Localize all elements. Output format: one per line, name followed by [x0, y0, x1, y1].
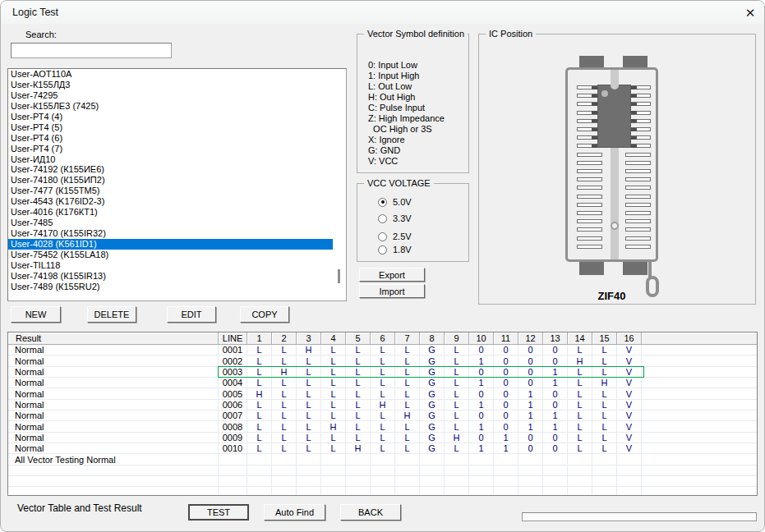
cell-pin: L	[568, 433, 592, 443]
close-icon[interactable]: ✕	[738, 3, 763, 22]
list-item[interactable]: User-74295	[8, 90, 346, 101]
table-row[interactable]: Normal0008LLLHLLLGL1011LLV	[8, 421, 757, 432]
cell-pin: L	[371, 410, 395, 421]
list-item[interactable]: User-AOT110A	[8, 69, 346, 80]
table-row[interactable]: Normal0005HLLLLLLGL0010LLV	[8, 388, 757, 399]
list-item[interactable]: User-74170 (К155IR32)	[8, 228, 346, 239]
cell-pin: H	[346, 443, 371, 454]
pin-contact	[631, 94, 637, 98]
new-button[interactable]: NEW	[11, 306, 61, 323]
cell-pin: H	[297, 345, 321, 355]
cell-pin	[469, 487, 494, 496]
table-row[interactable]: Normal0001LLHLLLLGL0000LLV	[8, 345, 757, 355]
cell-pin: L	[346, 410, 371, 421]
export-button[interactable]: Export	[359, 268, 425, 282]
list-item[interactable]: User-РТ4 (4)	[8, 112, 346, 122]
list-item[interactable]: User-74198 (К155IR13)	[8, 271, 346, 282]
radio-icon[interactable]	[378, 245, 387, 255]
cell-filler	[642, 487, 757, 496]
cell-pin	[494, 466, 518, 476]
list-item[interactable]: User-74180 (К155ИП2)	[8, 175, 346, 186]
cell-pin: L	[395, 443, 420, 454]
cell-pin	[592, 454, 617, 465]
device-listbox[interactable]: User-AOT110AUser-К155ЛД3User-74295User-К…	[7, 68, 347, 301]
delete-button[interactable]: DELETE	[87, 306, 136, 323]
table-row[interactable]: Normal0007LLLLLLHGL0011LLV	[8, 410, 757, 421]
vcc-option-5.0V[interactable]: 5.0V	[378, 197, 412, 207]
list-item[interactable]: User-4016 (К176КТ1)	[8, 207, 346, 218]
list-item[interactable]: User-4543 (K176ID2-3)	[8, 196, 346, 207]
cell-pin: 0	[469, 433, 494, 443]
cell-pin: L	[445, 345, 469, 355]
table-row[interactable]: Normal0003LHLLLLLGL0001LLV	[8, 367, 757, 378]
cell-pin: V	[617, 433, 642, 443]
cell-pin: L	[247, 355, 272, 366]
cell-pin: G	[420, 421, 445, 432]
table-row[interactable]: Normal0009LLLLLLLGH0100LLV	[8, 433, 757, 443]
list-item[interactable]: User-TIL118	[8, 260, 346, 271]
table-row[interactable]	[8, 476, 757, 487]
list-item[interactable]: User-РТ4 (5)	[8, 122, 346, 133]
pin-slot	[625, 169, 651, 173]
cell-pin: L	[272, 355, 297, 366]
search-input[interactable]	[11, 43, 172, 58]
list-item[interactable]: User-ИД10	[8, 154, 346, 165]
cell-pin: L	[247, 421, 272, 432]
table-row[interactable]: Normal0002LLLLLLLGL1000HLV	[8, 355, 757, 366]
table-row[interactable]: Normal0010LLLLHLLGL1100LLV	[8, 443, 757, 454]
list-item[interactable]: User-7477 (К155TM5)	[8, 186, 346, 196]
cell-pin: L	[395, 367, 420, 378]
list-item[interactable]: User-7489 (К155RU2)	[8, 282, 346, 292]
vcc-option-1.8V[interactable]: 1.8V	[378, 245, 412, 255]
vcc-option-2.5V[interactable]: 2.5V	[378, 232, 412, 241]
list-item[interactable]: User-РТ4 (6)	[8, 133, 346, 144]
cell-pin: L	[247, 400, 272, 410]
auto-find-button[interactable]: Auto Find	[264, 504, 325, 521]
cell-pin: 0	[494, 378, 518, 388]
radio-icon[interactable]	[378, 232, 387, 241]
cell-pin: L	[272, 443, 297, 454]
vcc-option-3.3V[interactable]: 3.3V	[378, 213, 412, 223]
radio-icon[interactable]	[378, 214, 387, 223]
cell-pin: V	[617, 367, 642, 378]
cell-pin: 1	[469, 443, 494, 454]
list-item[interactable]: User-РТ4 (7)	[8, 144, 346, 154]
cell-pin: G	[420, 410, 445, 421]
table-row[interactable]: Normal0004LLLLLLLGL1001LHV	[8, 378, 757, 388]
table-row[interactable]	[8, 466, 757, 476]
cell-pin: L	[321, 345, 346, 355]
back-button[interactable]: BACK	[340, 504, 401, 521]
cell-pin	[617, 454, 642, 465]
cell-pin: H	[321, 421, 346, 432]
cell-pin: 1	[543, 421, 568, 432]
pin-contact	[592, 128, 597, 131]
cell-pin	[371, 454, 395, 465]
cell-filler	[642, 443, 757, 454]
list-item[interactable]: User-75452 (K155LA18)	[8, 250, 346, 260]
cell-pin: L	[568, 345, 592, 355]
edit-button[interactable]: EDIT	[167, 306, 216, 323]
cell-pin: 0	[494, 421, 518, 432]
cell-pin: H	[592, 378, 617, 388]
table-row[interactable]: All Vector Testing Normal	[8, 454, 757, 465]
radio-icon[interactable]	[378, 198, 387, 207]
list-item[interactable]: User-К155ЛЕ3 (7425)	[8, 101, 346, 112]
cell-line: 0006	[219, 400, 247, 410]
table-row[interactable]	[8, 487, 757, 496]
list-item[interactable]: User-74192 (К155ИЕ6)	[8, 164, 346, 175]
list-item[interactable]: User-К155ЛД3	[8, 80, 346, 90]
import-button[interactable]: Import	[359, 284, 425, 298]
cell-pin	[617, 476, 642, 487]
pin-slot	[625, 227, 651, 232]
list-item[interactable]: User-4028 (K561ID1)	[8, 239, 333, 250]
copy-button[interactable]: COPY	[240, 306, 289, 323]
list-item[interactable]: User-7485	[8, 218, 346, 228]
test-button[interactable]: TEST	[188, 504, 249, 521]
header-pin-10: 10	[469, 332, 494, 345]
listbox-scrollbar-thumb[interactable]	[338, 269, 340, 283]
cell-pin: 1	[543, 410, 568, 421]
pin-slot	[625, 177, 651, 181]
table-row[interactable]: Normal0006LLLLLHLGL1010LLV	[8, 400, 757, 410]
cell-pin	[518, 466, 543, 476]
cell-filler	[642, 421, 757, 432]
